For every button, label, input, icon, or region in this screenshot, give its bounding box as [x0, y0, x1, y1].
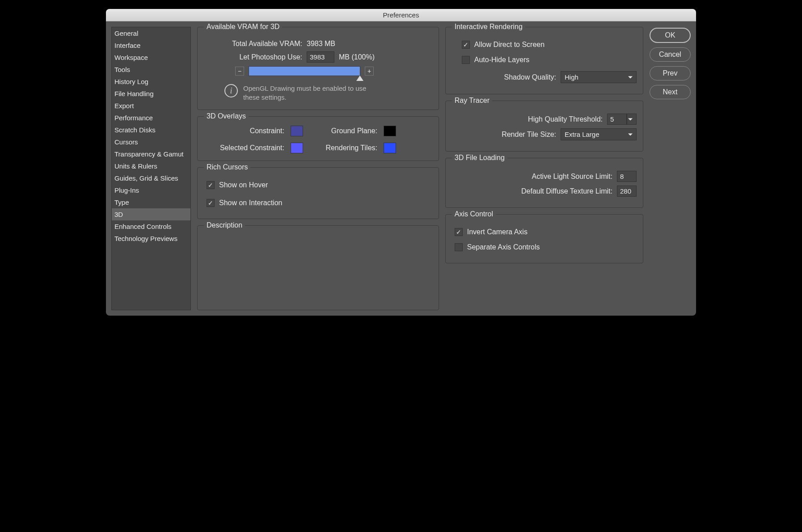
sidebar-item-performance[interactable]: Performance	[112, 112, 190, 124]
group-ray-tracer: Ray Tracer High Quality Threshold: Rende…	[445, 101, 643, 152]
invert-camera-axis-checkbox[interactable]	[455, 228, 463, 236]
dialog-buttons: OK Cancel Prev Next	[650, 27, 691, 310]
constraint-color-swatch[interactable]	[291, 126, 303, 136]
group-title-overlays: 3D Overlays	[204, 112, 249, 120]
chevron-down-icon	[628, 76, 633, 78]
vram-decrease-button[interactable]: −	[235, 67, 244, 76]
prev-button[interactable]: Prev	[650, 66, 691, 80]
group-title-axis-control: Axis Control	[452, 210, 496, 218]
show-on-hover-checkbox[interactable]	[207, 181, 215, 189]
show-on-interaction-label: Show on Interaction	[219, 199, 282, 207]
group-rich-cursors: Rich Cursors Show on Hover Show on Inter…	[197, 167, 439, 219]
cancel-button[interactable]: Cancel	[650, 47, 691, 62]
separate-axis-controls-checkbox[interactable]	[455, 243, 463, 251]
group-vram: Available VRAM for 3D Total Available VR…	[197, 27, 439, 110]
sidebar-item-guides-grid-slices[interactable]: Guides, Grid & Slices	[112, 172, 190, 184]
sidebar-item-enhanced-controls[interactable]: Enhanced Controls	[112, 220, 190, 232]
preferences-window: Preferences General Interface Workspace …	[106, 9, 696, 316]
group-description: Description	[197, 225, 439, 310]
hq-threshold-stepper[interactable]	[627, 114, 637, 125]
sidebar-item-3d[interactable]: 3D	[112, 208, 190, 220]
group-title-interactive-rendering: Interactive Rendering	[452, 23, 525, 31]
rendering-tiles-label: Rendering Tiles:	[310, 144, 377, 152]
hq-threshold-input[interactable]	[607, 114, 627, 125]
vram-info-text: OpenGL Drawing must be enabled to use th…	[243, 84, 377, 102]
shadow-quality-select[interactable]: High	[561, 71, 637, 83]
window-title: Preferences	[106, 9, 696, 21]
total-vram-label: Total Available VRAM:	[217, 40, 302, 48]
sidebar-item-export[interactable]: Export	[112, 100, 190, 112]
texture-limit-input[interactable]	[617, 186, 637, 197]
next-button[interactable]: Next	[650, 85, 691, 99]
show-on-interaction-checkbox[interactable]	[207, 199, 215, 207]
ok-button[interactable]: OK	[650, 28, 691, 43]
hq-threshold-label: High Quality Threshold:	[528, 115, 603, 123]
selected-constraint-label: Selected Constraint:	[204, 144, 284, 152]
sidebar-item-interface[interactable]: Interface	[112, 39, 190, 51]
texture-limit-label: Default Diffuse Texture Limit:	[521, 187, 612, 195]
allow-direct-checkbox[interactable]	[462, 41, 470, 49]
sidebar-item-workspace[interactable]: Workspace	[112, 51, 190, 63]
sidebar-item-history-log[interactable]: History Log	[112, 76, 190, 88]
separate-axis-controls-label: Separate Axis Controls	[467, 243, 540, 251]
sidebar-item-cursors[interactable]: Cursors	[112, 136, 190, 148]
render-tile-size-value: Extra Large	[565, 131, 599, 138]
group-title-rich-cursors: Rich Cursors	[204, 163, 250, 171]
chevron-down-icon	[628, 133, 633, 135]
group-3d-file-loading: 3D File Loading Active Light Source Limi…	[445, 158, 643, 208]
vram-increase-button[interactable]: +	[365, 67, 374, 76]
vram-slider-thumb[interactable]	[356, 76, 363, 81]
group-title-description: Description	[204, 221, 245, 229]
sidebar-item-tools[interactable]: Tools	[112, 63, 190, 76]
total-vram-value: 3983 MB	[307, 40, 335, 48]
render-tile-size-label: Render Tile Size:	[502, 131, 556, 139]
chevron-down-icon	[628, 118, 633, 120]
invert-camera-axis-label: Invert Camera Axis	[467, 228, 528, 236]
rendering-tiles-color-swatch[interactable]	[384, 143, 396, 153]
sidebar-item-scratch-disks[interactable]: Scratch Disks	[112, 124, 190, 136]
ground-plane-color-swatch[interactable]	[384, 126, 396, 136]
info-icon: i	[224, 84, 238, 97]
group-title-file-loading: 3D File Loading	[452, 154, 507, 162]
group-title-vram: Available VRAM for 3D	[204, 23, 282, 31]
ground-plane-label: Ground Plane:	[310, 127, 377, 135]
group-interactive-rendering: Interactive Rendering Allow Direct to Sc…	[445, 27, 643, 94]
vram-slider[interactable]	[249, 66, 360, 76]
constraint-label: Constraint:	[204, 127, 284, 135]
show-on-hover-label: Show on Hover	[219, 181, 268, 189]
render-tile-size-select[interactable]: Extra Large	[561, 128, 637, 140]
group-title-ray-tracer: Ray Tracer	[452, 97, 492, 105]
sidebar-item-units-rulers[interactable]: Units & Rulers	[112, 160, 190, 172]
sidebar-item-general[interactable]: General	[112, 27, 190, 39]
sidebar-item-transparency-gamut[interactable]: Transparency & Gamut	[112, 148, 190, 160]
auto-hide-layers-label: Auto-Hide Layers	[474, 56, 530, 64]
selected-constraint-color-swatch[interactable]	[291, 143, 303, 153]
shadow-quality-label: Shadow Quality:	[504, 73, 556, 81]
allow-direct-label: Allow Direct to Screen	[474, 41, 545, 49]
group-axis-control: Axis Control Invert Camera Axis Separate…	[445, 214, 643, 263]
shadow-quality-value: High	[565, 73, 578, 81]
preferences-sidebar: General Interface Workspace Tools Histor…	[111, 27, 191, 310]
use-vram-unit: MB (100%)	[339, 53, 375, 61]
auto-hide-layers-checkbox[interactable]	[462, 56, 470, 64]
sidebar-item-technology-previews[interactable]: Technology Previews	[112, 232, 190, 245]
light-limit-input[interactable]	[617, 171, 637, 182]
sidebar-item-type[interactable]: Type	[112, 196, 190, 208]
group-3d-overlays: 3D Overlays Constraint: Ground Plane: Se…	[197, 116, 439, 161]
use-vram-label: Let Photoshop Use:	[217, 53, 302, 61]
light-limit-label: Active Light Source Limit:	[532, 173, 612, 181]
sidebar-item-plug-ins[interactable]: Plug-Ins	[112, 184, 190, 196]
use-vram-input[interactable]	[307, 51, 334, 63]
sidebar-item-file-handling[interactable]: File Handling	[112, 88, 190, 100]
